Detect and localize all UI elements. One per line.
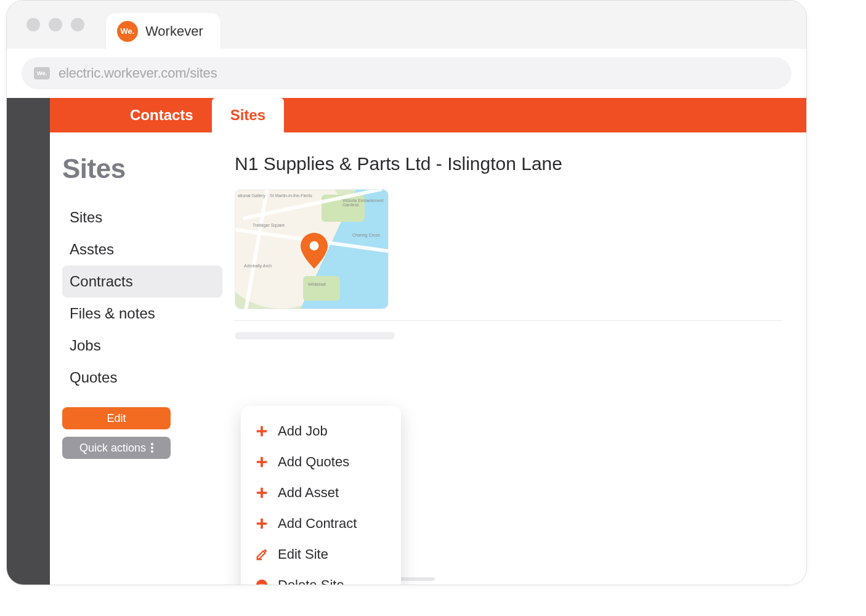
window-max-dot[interactable] xyxy=(71,18,84,31)
divider xyxy=(235,320,782,321)
map-label-admiralty: Admiralty Arch xyxy=(244,264,272,268)
site-identity-text: We. xyxy=(37,70,47,76)
map-label-trafalgar: Trafalgar Square xyxy=(253,223,285,227)
map-park xyxy=(303,276,340,301)
top-ribbon: Contacts Sites xyxy=(50,98,806,132)
sidebar-item-label: Contracts xyxy=(70,273,133,290)
edit-button-label: Edit xyxy=(107,412,126,425)
map-label-stmartin: St Martin-in-the-Fields xyxy=(270,193,312,198)
sidebar-item-assets[interactable]: Asstes xyxy=(62,233,222,265)
tab-title: Workever xyxy=(145,23,203,39)
content-body: Sites Sites Asstes Contracts Files & not… xyxy=(50,132,806,585)
browser-window: We. Workever We. electric.workever.com/s… xyxy=(6,0,807,585)
map-road xyxy=(241,189,270,309)
site-identity-chip[interactable]: We. xyxy=(34,67,50,79)
menu-item-label: Edit Site xyxy=(278,546,328,562)
urlbar-container: We. electric.workever.com/sites xyxy=(7,49,806,98)
sidebar-item-label: Jobs xyxy=(70,337,101,354)
edit-button[interactable]: Edit xyxy=(62,407,171,429)
menu-item-add-quotes[interactable]: Add Quotes xyxy=(247,447,395,477)
site-map[interactable]: ational Gallery St Martin-in-the-Fields … xyxy=(235,189,389,309)
menu-item-label: Add Quotes xyxy=(278,454,349,470)
quick-actions-label: Quick actions xyxy=(79,442,146,455)
tab-favicon: We. xyxy=(117,21,138,42)
tab-contacts-label: Contacts xyxy=(130,107,193,124)
url-text: electric.workever.com/sites xyxy=(59,65,217,81)
map-label-gardens: Victoria Embankment Gardens xyxy=(342,198,388,207)
tab-sites-label: Sites xyxy=(230,107,265,124)
window-close-dot[interactable] xyxy=(26,18,40,31)
left-rail xyxy=(7,98,50,585)
map-label-charing: Charing Cross xyxy=(352,233,380,237)
plus-icon xyxy=(254,455,269,469)
menu-item-delete-site[interactable]: Delete Site xyxy=(247,570,395,585)
sidebar-item-files-notes[interactable]: Files & notes xyxy=(62,298,222,330)
plus-icon xyxy=(254,485,269,500)
sidebar-item-jobs[interactable]: Jobs xyxy=(62,330,222,362)
menu-item-label: Delete Site xyxy=(278,577,344,585)
menu-item-label: Add Job xyxy=(278,423,328,439)
plus-icon xyxy=(254,424,269,439)
menu-item-add-contract[interactable]: Add Contract xyxy=(247,508,395,539)
main-area: Contacts Sites Sites Sites Asstes Contra… xyxy=(50,98,806,585)
sidebar-item-contracts[interactable]: Contracts xyxy=(62,265,222,298)
window-min-dot[interactable] xyxy=(49,18,62,31)
sidebar-nav: Sites Asstes Contracts Files & notes Job… xyxy=(62,201,222,394)
page-title: N1 Supplies & Parts Ltd - Islington Lane xyxy=(235,153,782,174)
delete-icon xyxy=(254,578,269,585)
quick-actions-button[interactable]: Quick actions xyxy=(62,437,171,459)
menu-item-label: Add Asset xyxy=(278,485,339,501)
tab-contacts[interactable]: Contacts xyxy=(111,98,212,132)
app-shell: Contacts Sites Sites Sites Asstes Contra… xyxy=(7,98,806,585)
svg-rect-2 xyxy=(259,584,265,585)
map-label-whitehall: Whitehall xyxy=(308,282,326,286)
urlbar[interactable]: We. electric.workever.com/sites xyxy=(22,57,791,89)
sidebar-item-label: Sites xyxy=(70,209,102,225)
tab-favicon-text: We. xyxy=(121,26,135,36)
browser-tab[interactable]: We. Workever xyxy=(105,12,221,49)
sidebar-item-label: Files & notes xyxy=(70,305,155,322)
kebab-icon xyxy=(151,443,153,453)
menu-item-label: Add Contract xyxy=(278,516,357,532)
edit-icon xyxy=(254,547,269,562)
section-heading: Sites xyxy=(62,153,222,184)
menu-item-edit-site[interactable]: Edit Site xyxy=(247,539,395,570)
sidebar: Sites Sites Asstes Contracts Files & not… xyxy=(50,150,222,585)
sidebar-item-quotes[interactable]: Quotes xyxy=(62,362,222,394)
plus-icon xyxy=(254,516,269,531)
tab-sites[interactable]: Sites xyxy=(212,98,284,132)
svg-point-0 xyxy=(310,241,319,251)
browser-topbar: We. Workever xyxy=(7,1,806,49)
menu-item-add-job[interactable]: Add Job xyxy=(247,416,395,447)
map-pin-icon xyxy=(301,233,328,269)
sidebar-item-label: Quotes xyxy=(70,369,117,386)
content-placeholder-bar xyxy=(235,332,395,339)
sidebar-item-label: Asstes xyxy=(70,241,114,257)
sidebar-item-sites[interactable]: Sites xyxy=(62,201,222,233)
menu-item-add-asset[interactable]: Add Asset xyxy=(247,477,395,508)
quick-actions-menu: Add Job Add Quotes Add Asset xyxy=(241,406,401,585)
map-label-gallery: ational Gallery xyxy=(238,193,265,198)
window-controls xyxy=(15,1,84,49)
